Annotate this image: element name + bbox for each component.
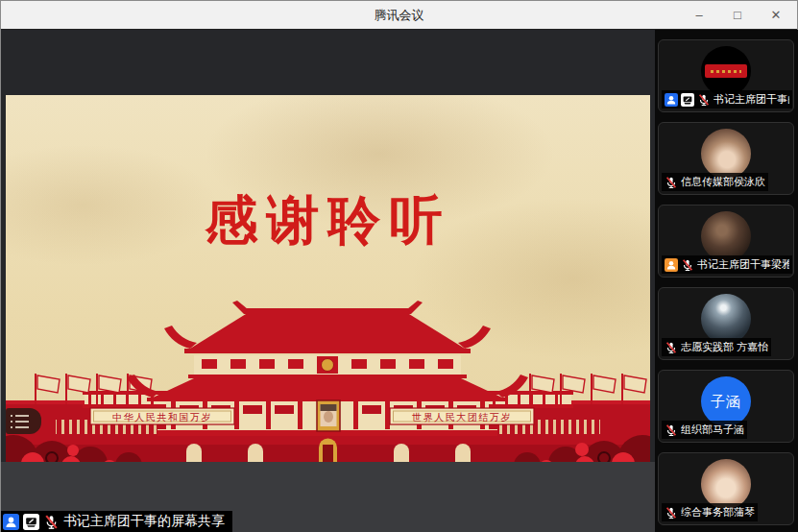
avatar (701, 129, 751, 179)
menu-line-icon (15, 426, 29, 428)
shared-slide: 感谢聆听 (6, 95, 650, 462)
avatar-initials: 子涵 (711, 393, 741, 411)
avatar (701, 46, 751, 96)
mic-muted-icon (697, 93, 711, 107)
shared-screen-area: 感谢聆听 (1, 30, 655, 532)
participant-name: 组织部马子涵 (681, 423, 744, 437)
screen-share-label-text: 书记主席团干事的屏幕共享 (63, 513, 225, 530)
menu-line-icon (15, 421, 29, 423)
banner-right: 世界人民大团结万岁 (390, 408, 534, 424)
participant-tile[interactable]: 书记主席团干事梁雅诗 (658, 205, 794, 278)
member-badge-blue-icon (3, 514, 19, 530)
participant-tile[interactable]: 子涵 组织部马子涵 (658, 370, 794, 443)
participant-name: 书记主席团干事的屏 (713, 92, 789, 107)
banner-right-text: 世界人民大团结万岁 (411, 412, 512, 423)
avatar: 子涵 (701, 376, 751, 426)
participant-tile[interactable]: 信息传媒部侯泳欣 (658, 122, 794, 195)
mic-muted-icon (665, 341, 678, 354)
participant-tile[interactable]: 志愿实践部 方嘉怡 (658, 287, 794, 360)
tiananmen-illustration: 中华人民共和国万岁 世界人民大团结万岁 (6, 299, 650, 462)
participant-name: 志愿实践部 方嘉怡 (681, 340, 768, 354)
avatar (701, 459, 751, 509)
avatar (701, 294, 751, 344)
screen-share-icon (681, 93, 694, 107)
participant-label: 书记主席团干事梁雅诗 (662, 255, 792, 274)
slide-title: 感谢聆听 (6, 191, 650, 251)
gate-portrait (317, 400, 340, 431)
participants-sidebar: 书记主席团干事的屏 信息传媒部侯泳欣 (655, 30, 798, 532)
minimize-button[interactable]: – (680, 1, 718, 29)
participant-tile[interactable]: 综合事务部蒲琴 (658, 452, 794, 525)
presentation-menu-button[interactable] (6, 408, 41, 434)
tencent-meeting-window: 腾讯会议 – □ ✕ 感谢聆听 (0, 0, 798, 532)
screen-share-icon (23, 514, 39, 530)
mic-muted-icon (43, 514, 60, 530)
mic-muted-icon (665, 506, 678, 520)
participant-label: 综合事务部蒲琴 (662, 503, 758, 521)
meeting-content: 感谢聆听 (1, 30, 798, 532)
banner-left-text: 中华人民共和国万岁 (112, 412, 212, 423)
participant-name: 书记主席团干事梁雅诗 (697, 257, 789, 272)
participant-name: 信息传媒部侯泳欣 (681, 175, 765, 189)
mic-muted-icon (665, 176, 678, 189)
mic-muted-icon (665, 423, 678, 437)
window-title: 腾讯会议 (375, 7, 424, 24)
banner-left: 中华人民共和国万岁 (90, 408, 234, 424)
participant-label: 书记主席团干事的屏 (662, 90, 792, 109)
member-badge-blue-icon (665, 93, 678, 107)
maximize-button[interactable]: □ (718, 1, 757, 29)
participant-label: 志愿实践部 方嘉怡 (662, 338, 771, 356)
close-button[interactable]: ✕ (757, 1, 795, 29)
member-badge-orange-icon (665, 258, 678, 272)
participant-tile[interactable]: 书记主席团干事的屏 (658, 39, 794, 112)
menu-line-icon (15, 415, 29, 417)
window-controls: – □ ✕ (680, 1, 795, 29)
participant-label: 组织部马子涵 (662, 421, 747, 439)
participant-label: 信息传媒部侯泳欣 (662, 173, 768, 191)
titlebar: 腾讯会议 – □ ✕ (1, 1, 797, 30)
mic-muted-icon (681, 258, 694, 272)
avatar (701, 211, 751, 261)
screen-share-label: 书记主席团干事的屏幕共享 (1, 511, 232, 532)
participant-name: 综合事务部蒲琴 (681, 505, 755, 520)
